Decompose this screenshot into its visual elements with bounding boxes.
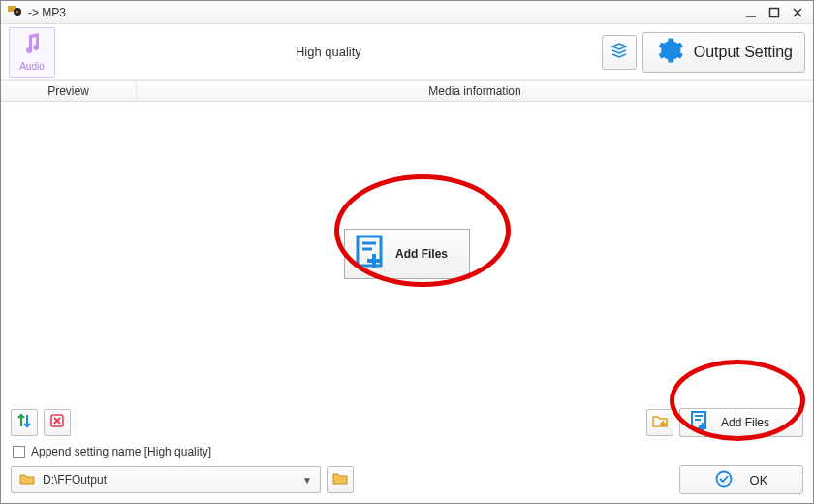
output-path-dropdown[interactable]: D:\FFOutput ▼ <box>11 466 321 493</box>
gear-icon <box>655 36 684 69</box>
app-icon <box>7 3 22 21</box>
output-row: D:\FFOutput ▼ OK <box>1 464 813 503</box>
titlebar-left: -> MP3 <box>7 3 66 21</box>
add-files-button-small[interactable]: Add Files <box>679 408 803 437</box>
append-row: Append setting name [High quality] <box>1 439 813 464</box>
output-setting-label: Output Setting <box>694 44 793 61</box>
maximize-button[interactable] <box>765 5 784 20</box>
move-button[interactable] <box>11 409 38 436</box>
browse-folder-button[interactable] <box>327 466 354 493</box>
app-window: -> MP3 Audio High quality Output Setting <box>0 0 814 504</box>
quality-label: High quality <box>55 45 602 59</box>
folder-icon <box>331 470 349 489</box>
audio-format-tile[interactable]: Audio <box>9 27 55 78</box>
delete-button[interactable] <box>44 409 71 436</box>
add-folder-button[interactable] <box>646 409 673 436</box>
sort-arrows-icon <box>16 412 33 433</box>
chevron-down-icon: ▼ <box>302 475 312 486</box>
window-title: -> MP3 <box>28 6 66 19</box>
layers-icon <box>610 41 629 64</box>
ok-label: OK <box>750 473 768 488</box>
folder-icon <box>19 472 35 488</box>
add-files-button-large[interactable]: Add Files <box>344 229 470 279</box>
add-files-label: Add Files <box>395 247 448 261</box>
append-checkbox[interactable] <box>13 446 25 458</box>
titlebar: -> MP3 <box>1 1 813 24</box>
window-controls <box>741 5 807 20</box>
svg-rect-4 <box>770 8 779 16</box>
layers-button[interactable] <box>602 35 637 70</box>
header-preview[interactable]: Preview <box>1 81 137 101</box>
audio-label: Audio <box>19 61 45 72</box>
check-circle-icon <box>715 470 733 490</box>
action-row: Add Files <box>1 406 813 439</box>
minimize-button[interactable] <box>741 5 761 20</box>
svg-point-22 <box>716 471 731 486</box>
header-media-information[interactable]: Media information <box>137 81 813 101</box>
close-button[interactable] <box>788 5 807 20</box>
file-list-area: Add Files <box>1 102 813 406</box>
toolbar: Audio High quality Output Setting <box>1 24 813 80</box>
svg-point-2 <box>16 11 19 14</box>
output-path-text: D:\FFOutput <box>43 473 107 487</box>
music-note-icon <box>21 32 43 59</box>
ok-button[interactable]: OK <box>679 465 803 494</box>
append-label: Append setting name [High quality] <box>31 445 211 458</box>
output-setting-button[interactable]: Output Setting <box>642 32 805 73</box>
add-files-small-label: Add Files <box>721 416 769 429</box>
folder-plus-icon <box>651 412 669 433</box>
column-headers: Preview Media information <box>1 80 813 102</box>
delete-icon <box>48 412 66 433</box>
add-file-icon <box>690 411 709 435</box>
add-file-icon <box>355 235 388 274</box>
